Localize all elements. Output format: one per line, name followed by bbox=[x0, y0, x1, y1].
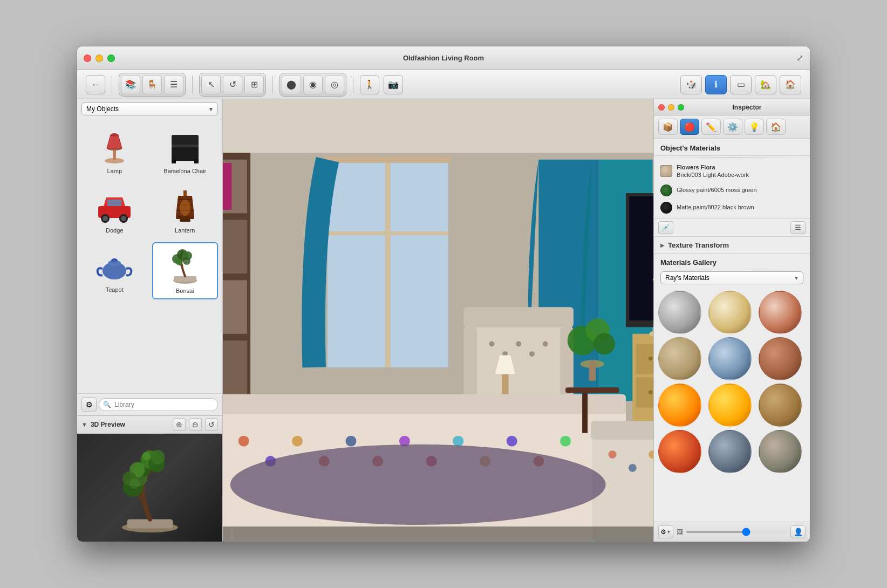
inspector-window-controls bbox=[658, 104, 684, 111]
objects-tool[interactable]: 🪑 bbox=[142, 75, 162, 94]
zoom-out-btn[interactable]: ⊖ bbox=[189, 418, 202, 431]
svg-point-32 bbox=[176, 259, 182, 265]
maximize-button[interactable] bbox=[107, 54, 115, 62]
circle2-tool[interactable]: ◉ bbox=[303, 75, 323, 94]
home-btn[interactable]: 🏠 bbox=[780, 75, 801, 94]
sphere-rust-texture[interactable] bbox=[759, 337, 802, 380]
svg-point-3 bbox=[111, 133, 118, 136]
person-btn[interactable]: 👤 bbox=[790, 525, 806, 538]
walk-tool[interactable]: 🚶 bbox=[360, 75, 379, 94]
objects-btn[interactable]: 🎲 bbox=[680, 75, 702, 94]
svg-rect-7 bbox=[194, 159, 199, 163]
svg-rect-69 bbox=[629, 196, 653, 320]
sphere-red-floral[interactable] bbox=[759, 291, 802, 334]
sphere-gray-floral[interactable] bbox=[658, 291, 701, 334]
search-wrap: 🔍 bbox=[99, 398, 218, 411]
inspector-max-btn[interactable] bbox=[678, 104, 684, 111]
svg-point-44 bbox=[129, 478, 140, 489]
inspector-min-btn[interactable] bbox=[668, 104, 674, 111]
svg-rect-14 bbox=[107, 200, 121, 206]
materials-list: Flowers Flora Brick/003 Light Adobe-work… bbox=[654, 159, 810, 218]
objects-dropdown-wrap: My Objects All Objects Recent ▼ bbox=[81, 102, 218, 115]
circle3-tool[interactable]: ◎ bbox=[325, 75, 344, 94]
svg-rect-81 bbox=[465, 320, 572, 401]
sphere-beige-pattern[interactable] bbox=[658, 337, 701, 380]
material-item-matte[interactable]: Matte paint/8022 black brown bbox=[654, 199, 810, 216]
reset-view-btn[interactable]: ↺ bbox=[205, 418, 218, 431]
layout-btn[interactable]: ▭ bbox=[730, 75, 752, 94]
window-controls bbox=[84, 54, 115, 62]
sphere-orange1[interactable] bbox=[658, 384, 701, 427]
chair-thumbnail bbox=[163, 128, 207, 166]
car-thumbnail bbox=[93, 187, 136, 225]
svg-rect-51 bbox=[223, 220, 247, 274]
svg-rect-53 bbox=[223, 340, 247, 394]
divider-1 bbox=[654, 157, 810, 158]
back-button[interactable]: ← bbox=[86, 75, 105, 94]
scene-view[interactable] bbox=[223, 99, 653, 542]
eyedropper-tool[interactable]: 💉 bbox=[658, 221, 673, 234]
book-tool[interactable]: 📚 bbox=[121, 75, 140, 94]
material-item-flowers-flora[interactable]: Flowers Flora Brick/003 Light Adobe-work bbox=[654, 161, 810, 182]
preview-panel: ▼ 3D Preview ⊕ ⊖ ↺ bbox=[77, 415, 222, 542]
scene-svg bbox=[223, 99, 653, 542]
tab-home[interactable]: 🏠 bbox=[766, 119, 786, 135]
svg-point-96 bbox=[238, 436, 249, 447]
gallery-dropdown-wrap: Ray's Materials Standard Materials Custo… bbox=[660, 271, 803, 284]
texture-header[interactable]: ▶ Texture Transform bbox=[660, 241, 803, 249]
object-item-teapot[interactable]: Teapot bbox=[81, 242, 148, 299]
list-tool[interactable]: ☰ bbox=[164, 75, 183, 94]
material-swatch-flowers bbox=[660, 165, 672, 177]
grid-tool[interactable]: ⊞ bbox=[244, 75, 264, 94]
sphere-orange3[interactable] bbox=[658, 430, 701, 473]
svg-point-104 bbox=[453, 436, 463, 447]
sphere-gray-brown[interactable] bbox=[759, 430, 802, 473]
gear-button[interactable]: ⚙ bbox=[81, 397, 97, 412]
sphere-blue-argyle[interactable] bbox=[708, 337, 752, 380]
material-item-glossy[interactable]: Glossy paint/6005 moss green bbox=[654, 182, 810, 199]
gallery-gear-btn[interactable]: ⚙ ▼ bbox=[658, 525, 673, 538]
object-item-chair[interactable]: Barselona Chair bbox=[152, 124, 219, 179]
menu-btn[interactable]: ☰ bbox=[790, 221, 806, 234]
object-item-bonsai[interactable]: Bonsai bbox=[152, 242, 219, 299]
inspector-close-btn[interactable] bbox=[658, 104, 665, 111]
object-item-lantern[interactable]: Lantern bbox=[152, 183, 219, 238]
close-button[interactable] bbox=[84, 54, 91, 62]
house-btn[interactable]: 🏡 bbox=[755, 75, 776, 94]
circle-tool[interactable]: ⬤ bbox=[282, 75, 301, 94]
sphere-gray-blue[interactable] bbox=[708, 430, 752, 473]
svg-point-106 bbox=[507, 436, 517, 447]
search-bar: ⚙ 🔍 bbox=[77, 393, 222, 415]
preview-header[interactable]: ▼ 3D Preview ⊕ ⊖ ↺ bbox=[77, 416, 222, 434]
preview-area bbox=[77, 434, 222, 542]
rotate-tool[interactable]: ↺ bbox=[223, 75, 242, 94]
object-item-car[interactable]: Dodge bbox=[81, 183, 148, 238]
svg-rect-6 bbox=[172, 159, 176, 163]
camera-tool[interactable]: 📷 bbox=[384, 75, 403, 94]
objects-grid: Lamp Barselona Chair bbox=[77, 119, 222, 393]
select-tool[interactable]: ↖ bbox=[201, 75, 221, 94]
tab-light[interactable]: 💡 bbox=[745, 119, 764, 135]
expand-icon[interactable]: ⤢ bbox=[796, 53, 803, 63]
svg-point-87 bbox=[516, 341, 521, 347]
sphere-orange2[interactable] bbox=[708, 384, 752, 427]
objects-dropdown[interactable]: My Objects All Objects Recent bbox=[81, 102, 218, 115]
search-input[interactable] bbox=[99, 398, 218, 411]
object-item-lamp[interactable]: Lamp bbox=[81, 124, 148, 179]
sphere-wood-light[interactable] bbox=[759, 384, 802, 427]
info-btn[interactable]: ℹ bbox=[705, 75, 727, 94]
tab-settings[interactable]: ⚙️ bbox=[723, 119, 742, 135]
minimize-button[interactable] bbox=[95, 54, 103, 62]
sphere-cream-floral[interactable] bbox=[708, 291, 752, 334]
tab-edit[interactable]: ✏️ bbox=[701, 119, 721, 135]
zoom-in-btn[interactable]: ⊕ bbox=[173, 418, 186, 431]
tab-objects[interactable]: 📦 bbox=[658, 119, 678, 135]
gallery-dropdown[interactable]: Ray's Materials Standard Materials Custo… bbox=[660, 271, 803, 284]
size-slider[interactable] bbox=[686, 531, 787, 533]
svg-point-75 bbox=[649, 357, 652, 360]
tab-materials[interactable]: 🔴 bbox=[680, 119, 699, 135]
person-icon: 👤 bbox=[794, 528, 803, 536]
texture-title: Texture Transform bbox=[668, 241, 729, 249]
material-name-matte: Matte paint/8022 black brown bbox=[677, 203, 754, 211]
search-icon: 🔍 bbox=[103, 401, 111, 408]
